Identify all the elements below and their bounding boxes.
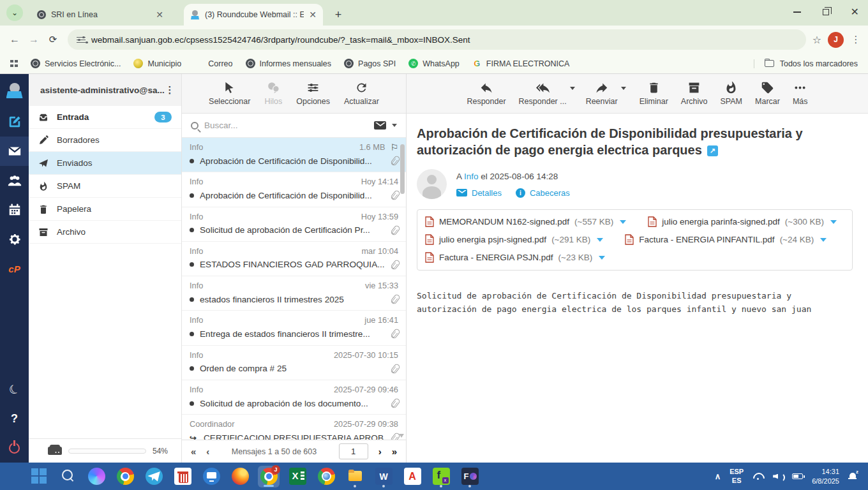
bookmark-item[interactable]: Servicios Electrónic... (31, 59, 121, 68)
bookmark-item[interactable]: Municipio (133, 59, 181, 68)
next-page-button[interactable]: › (378, 446, 382, 457)
dark-mode-button[interactable]: ☾ (0, 375, 29, 404)
folder-entrada[interactable]: Entrada 3 (29, 106, 181, 129)
taskbar-app-button[interactable] (86, 466, 107, 487)
search-options-chevron-icon[interactable] (392, 124, 397, 127)
settings-nav-button[interactable] (0, 225, 29, 254)
bookmark-item[interactable]: FIRMA ELECTRONICA (472, 59, 570, 68)
attachment-item[interactable]: julio energia psjn-signed.pdf (~291 KB) (425, 231, 603, 249)
attachment-item[interactable]: Factura - ENERGIA PINFANTIL.pdf (~24 KB) (625, 231, 827, 249)
taskbar-app-button[interactable]: J (258, 466, 280, 487)
list-scrollbar-thumb[interactable] (400, 144, 405, 194)
wifi-icon[interactable] (752, 472, 764, 481)
delete-button[interactable]: Eliminar (640, 81, 668, 106)
taskbar-app-button[interactable] (401, 466, 423, 487)
bookmark-item[interactable]: Correo (194, 59, 232, 68)
message-row[interactable]: Info Hoy 13:59 Solicitud de aprobación d… (182, 207, 406, 242)
taskbar-app-button[interactable] (229, 466, 251, 487)
compose-button[interactable] (0, 107, 29, 137)
message-row[interactable]: Info Hoy 14:14 Aprobación de Certificaci… (182, 172, 406, 207)
close-icon[interactable]: ✕ (851, 7, 859, 17)
taskbar-app-button[interactable] (143, 466, 165, 487)
folder-spam[interactable]: SPAM (29, 175, 181, 198)
attachment-item[interactable]: Factura - ENERGIA PSJN.pdf (~23 KB) (425, 249, 605, 267)
roundcube-logo[interactable] (0, 74, 29, 107)
search-input[interactable] (204, 121, 368, 130)
language-indicator[interactable]: ESPES (730, 468, 744, 484)
battery-icon[interactable] (792, 473, 803, 479)
tab-close-icon[interactable]: ✕ (309, 10, 317, 20)
search-scope-mail-icon[interactable] (374, 121, 386, 130)
message-row[interactable]: Info 1.6 MB Aprobación de Certificación … (182, 138, 406, 172)
attachment-item[interactable]: julio energia parinfa-signed.pdf (~300 K… (648, 213, 837, 231)
apps-grid-icon[interactable] (10, 60, 18, 68)
calendar-nav-button[interactable] (0, 195, 29, 225)
forward-chevron-icon[interactable] (621, 87, 626, 90)
reply-all-chevron-icon[interactable] (570, 87, 575, 90)
attachment-menu-chevron-icon[interactable] (830, 220, 837, 224)
taskbar-app-button[interactable] (344, 466, 366, 487)
last-page-button[interactable]: » (392, 446, 397, 457)
spam-button[interactable]: SPAM (721, 81, 743, 106)
taskbar-app-button[interactable] (430, 466, 452, 487)
reply-all-button[interactable]: Responder ... (519, 81, 567, 106)
taskbar-app-button[interactable] (315, 466, 337, 487)
taskbar-app-button[interactable] (459, 466, 481, 487)
mark-button[interactable]: Marcar (755, 81, 780, 106)
folder-borradores[interactable]: Borradores (29, 129, 181, 152)
taskbar-app-button[interactable] (172, 466, 193, 487)
recipient-link[interactable]: Info (464, 172, 479, 181)
flag-icon[interactable] (390, 143, 398, 152)
refresh-button[interactable]: Actualizar (344, 81, 379, 106)
message-row[interactable]: Info jue 16:41 Entrega de estados financ… (182, 311, 406, 345)
threads-button[interactable]: Hilos (264, 81, 282, 106)
address-bar[interactable]: webmail.sanjuan.gob.ec/cpsess1525424746/… (68, 29, 806, 50)
taskbar-app-button[interactable] (57, 466, 79, 487)
browser-tab-roundcube[interactable]: (3) Roundcube Webmail :: Envia ✕ (184, 4, 323, 26)
clock[interactable]: 14:316/8/2025 (812, 467, 839, 486)
folder-enviados[interactable]: Enviados (29, 152, 181, 175)
browser-tab-sri[interactable]: SRI en Línea ✕ (31, 4, 170, 26)
cpanel-button[interactable]: cP (0, 254, 29, 283)
reload-icon[interactable]: ⟳ (45, 31, 61, 48)
forward-icon[interactable]: → (26, 31, 42, 48)
message-row[interactable]: Info mar 10:04 ESTADOS FINANCIEROS GAD P… (182, 242, 406, 276)
notification-bell-icon[interactable] (848, 472, 857, 480)
list-scrollbar-arrow[interactable] (399, 434, 404, 438)
site-settings-icon[interactable] (77, 36, 86, 43)
attachment-menu-chevron-icon[interactable] (599, 256, 605, 260)
account-menu-icon[interactable]: ⋮ (165, 84, 175, 96)
tab-close-icon[interactable]: ✕ (156, 10, 163, 20)
first-page-button[interactable]: « (191, 446, 196, 457)
open-external-icon[interactable] (707, 145, 718, 156)
message-row[interactable]: Coordinador 2025-07-29 09:38 CERTIFICACI… (182, 415, 406, 440)
attachment-menu-chevron-icon[interactable] (597, 238, 603, 242)
tab-search-chevron-icon[interactable]: ⌄ (6, 4, 23, 21)
select-button[interactable]: Seleccionar (209, 81, 250, 106)
message-row[interactable]: Info vie 15:33 estados financieros II tr… (182, 276, 406, 311)
restore-icon[interactable] (823, 9, 829, 15)
attachment-item[interactable]: MEMORANDUM N162-signed.pdf (~557 KB) (425, 213, 626, 231)
page-number-input[interactable] (339, 443, 368, 459)
taskbar-app-button[interactable] (114, 466, 136, 487)
message-row[interactable]: Info 2025-07-30 10:15 Orden de compra # … (182, 346, 406, 380)
options-button[interactable]: Opciones (296, 81, 330, 106)
help-button[interactable]: ? (0, 404, 29, 433)
back-icon[interactable]: ← (6, 31, 23, 48)
logout-button[interactable] (0, 433, 29, 463)
bookmark-item[interactable]: WhatsApp (408, 59, 460, 68)
details-link[interactable]: Detalles (456, 188, 502, 198)
folder-archivo[interactable]: Archivo (29, 221, 181, 244)
bookmark-star-icon[interactable]: ☆ (812, 34, 821, 46)
profile-avatar[interactable]: J (828, 32, 844, 48)
mail-nav-button[interactable] (0, 137, 29, 166)
headers-link[interactable]: Cabeceras (516, 188, 570, 198)
taskbar-app-button[interactable] (287, 466, 308, 487)
contacts-nav-button[interactable] (0, 166, 29, 195)
taskbar-app-button[interactable] (28, 466, 50, 487)
bookmark-item[interactable]: Pagos SPI (344, 59, 396, 68)
taskbar-app-button[interactable] (373, 466, 394, 487)
new-tab-button[interactable]: + (329, 4, 347, 26)
minimize-icon[interactable] (793, 11, 801, 13)
all-bookmarks-button[interactable]: Todos los marcadores (754, 59, 858, 68)
